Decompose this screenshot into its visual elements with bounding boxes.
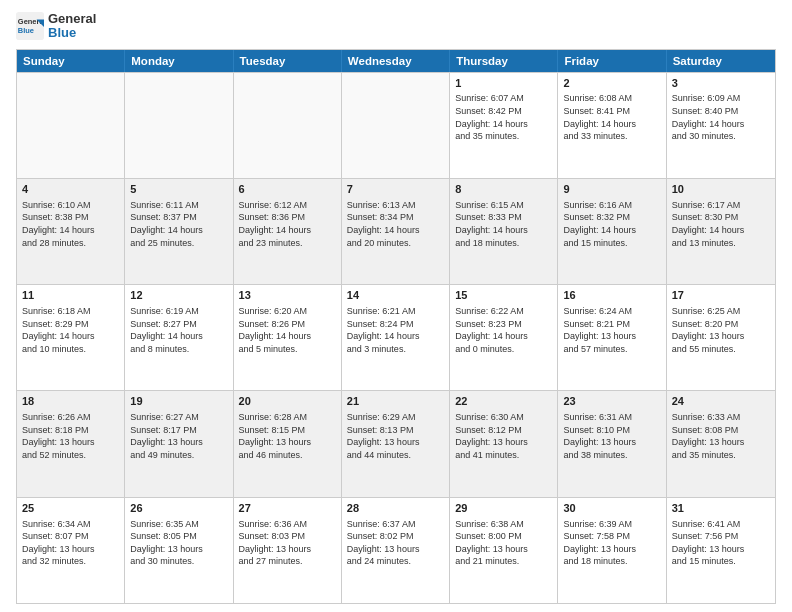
cal-cell: 10Sunrise: 6:17 AMSunset: 8:30 PMDayligh… xyxy=(667,179,775,284)
cal-cell: 6Sunrise: 6:12 AMSunset: 8:36 PMDaylight… xyxy=(234,179,342,284)
cal-cell: 17Sunrise: 6:25 AMSunset: 8:20 PMDayligh… xyxy=(667,285,775,390)
page: General Blue General Blue SundayMondayTu… xyxy=(0,0,792,612)
cal-cell: 14Sunrise: 6:21 AMSunset: 8:24 PMDayligh… xyxy=(342,285,450,390)
day-number: 9 xyxy=(563,182,660,197)
cal-cell: 31Sunrise: 6:41 AMSunset: 7:56 PMDayligh… xyxy=(667,498,775,603)
day-info: Sunrise: 6:20 AMSunset: 8:26 PMDaylight:… xyxy=(239,305,336,355)
day-info: Sunrise: 6:38 AMSunset: 8:00 PMDaylight:… xyxy=(455,518,552,568)
day-info: Sunrise: 6:25 AMSunset: 8:20 PMDaylight:… xyxy=(672,305,770,355)
week-row-1: 1Sunrise: 6:07 AMSunset: 8:42 PMDaylight… xyxy=(17,72,775,178)
day-number: 18 xyxy=(22,394,119,409)
cal-cell: 27Sunrise: 6:36 AMSunset: 8:03 PMDayligh… xyxy=(234,498,342,603)
cal-cell: 18Sunrise: 6:26 AMSunset: 8:18 PMDayligh… xyxy=(17,391,125,496)
day-header-thursday: Thursday xyxy=(450,50,558,72)
day-info: Sunrise: 6:17 AMSunset: 8:30 PMDaylight:… xyxy=(672,199,770,249)
cal-cell: 1Sunrise: 6:07 AMSunset: 8:42 PMDaylight… xyxy=(450,73,558,178)
day-info: Sunrise: 6:37 AMSunset: 8:02 PMDaylight:… xyxy=(347,518,444,568)
cal-cell xyxy=(125,73,233,178)
week-row-5: 25Sunrise: 6:34 AMSunset: 8:07 PMDayligh… xyxy=(17,497,775,603)
day-number: 20 xyxy=(239,394,336,409)
day-info: Sunrise: 6:28 AMSunset: 8:15 PMDaylight:… xyxy=(239,411,336,461)
logo-blue: Blue xyxy=(48,26,96,40)
cal-cell xyxy=(342,73,450,178)
day-number: 12 xyxy=(130,288,227,303)
calendar-body: 1Sunrise: 6:07 AMSunset: 8:42 PMDaylight… xyxy=(17,72,775,603)
cal-cell: 5Sunrise: 6:11 AMSunset: 8:37 PMDaylight… xyxy=(125,179,233,284)
day-info: Sunrise: 6:10 AMSunset: 8:38 PMDaylight:… xyxy=(22,199,119,249)
day-number: 23 xyxy=(563,394,660,409)
calendar-header: SundayMondayTuesdayWednesdayThursdayFrid… xyxy=(17,50,775,72)
logo-icon: General Blue xyxy=(16,12,44,40)
day-number: 6 xyxy=(239,182,336,197)
day-info: Sunrise: 6:41 AMSunset: 7:56 PMDaylight:… xyxy=(672,518,770,568)
day-info: Sunrise: 6:18 AMSunset: 8:29 PMDaylight:… xyxy=(22,305,119,355)
day-info: Sunrise: 6:08 AMSunset: 8:41 PMDaylight:… xyxy=(563,92,660,142)
day-info: Sunrise: 6:30 AMSunset: 8:12 PMDaylight:… xyxy=(455,411,552,461)
cal-cell: 3Sunrise: 6:09 AMSunset: 8:40 PMDaylight… xyxy=(667,73,775,178)
day-info: Sunrise: 6:13 AMSunset: 8:34 PMDaylight:… xyxy=(347,199,444,249)
day-info: Sunrise: 6:11 AMSunset: 8:37 PMDaylight:… xyxy=(130,199,227,249)
day-number: 22 xyxy=(455,394,552,409)
day-info: Sunrise: 6:12 AMSunset: 8:36 PMDaylight:… xyxy=(239,199,336,249)
day-number: 24 xyxy=(672,394,770,409)
cal-cell: 7Sunrise: 6:13 AMSunset: 8:34 PMDaylight… xyxy=(342,179,450,284)
day-number: 3 xyxy=(672,76,770,91)
cal-cell: 30Sunrise: 6:39 AMSunset: 7:58 PMDayligh… xyxy=(558,498,666,603)
logo-general: General xyxy=(48,12,96,26)
day-header-saturday: Saturday xyxy=(667,50,775,72)
week-row-2: 4Sunrise: 6:10 AMSunset: 8:38 PMDaylight… xyxy=(17,178,775,284)
cal-cell: 19Sunrise: 6:27 AMSunset: 8:17 PMDayligh… xyxy=(125,391,233,496)
day-number: 8 xyxy=(455,182,552,197)
day-info: Sunrise: 6:22 AMSunset: 8:23 PMDaylight:… xyxy=(455,305,552,355)
cal-cell: 9Sunrise: 6:16 AMSunset: 8:32 PMDaylight… xyxy=(558,179,666,284)
day-number: 4 xyxy=(22,182,119,197)
logo-text: General Blue xyxy=(48,12,96,41)
logo: General Blue General Blue xyxy=(16,12,96,41)
day-number: 5 xyxy=(130,182,227,197)
cal-cell: 13Sunrise: 6:20 AMSunset: 8:26 PMDayligh… xyxy=(234,285,342,390)
cal-cell: 26Sunrise: 6:35 AMSunset: 8:05 PMDayligh… xyxy=(125,498,233,603)
cal-cell: 4Sunrise: 6:10 AMSunset: 8:38 PMDaylight… xyxy=(17,179,125,284)
day-header-sunday: Sunday xyxy=(17,50,125,72)
day-info: Sunrise: 6:29 AMSunset: 8:13 PMDaylight:… xyxy=(347,411,444,461)
day-info: Sunrise: 6:26 AMSunset: 8:18 PMDaylight:… xyxy=(22,411,119,461)
svg-text:Blue: Blue xyxy=(18,26,34,35)
day-info: Sunrise: 6:15 AMSunset: 8:33 PMDaylight:… xyxy=(455,199,552,249)
cal-cell: 20Sunrise: 6:28 AMSunset: 8:15 PMDayligh… xyxy=(234,391,342,496)
day-info: Sunrise: 6:16 AMSunset: 8:32 PMDaylight:… xyxy=(563,199,660,249)
day-number: 13 xyxy=(239,288,336,303)
day-number: 19 xyxy=(130,394,227,409)
day-number: 30 xyxy=(563,501,660,516)
day-header-tuesday: Tuesday xyxy=(234,50,342,72)
cal-cell: 23Sunrise: 6:31 AMSunset: 8:10 PMDayligh… xyxy=(558,391,666,496)
day-info: Sunrise: 6:36 AMSunset: 8:03 PMDaylight:… xyxy=(239,518,336,568)
day-number: 27 xyxy=(239,501,336,516)
cal-cell: 24Sunrise: 6:33 AMSunset: 8:08 PMDayligh… xyxy=(667,391,775,496)
cal-cell: 16Sunrise: 6:24 AMSunset: 8:21 PMDayligh… xyxy=(558,285,666,390)
day-number: 28 xyxy=(347,501,444,516)
day-info: Sunrise: 6:09 AMSunset: 8:40 PMDaylight:… xyxy=(672,92,770,142)
cal-cell: 11Sunrise: 6:18 AMSunset: 8:29 PMDayligh… xyxy=(17,285,125,390)
day-number: 26 xyxy=(130,501,227,516)
day-number: 29 xyxy=(455,501,552,516)
day-info: Sunrise: 6:35 AMSunset: 8:05 PMDaylight:… xyxy=(130,518,227,568)
day-info: Sunrise: 6:27 AMSunset: 8:17 PMDaylight:… xyxy=(130,411,227,461)
day-info: Sunrise: 6:33 AMSunset: 8:08 PMDaylight:… xyxy=(672,411,770,461)
day-number: 21 xyxy=(347,394,444,409)
day-number: 7 xyxy=(347,182,444,197)
day-number: 16 xyxy=(563,288,660,303)
day-number: 14 xyxy=(347,288,444,303)
header: General Blue General Blue xyxy=(16,12,776,41)
day-number: 11 xyxy=(22,288,119,303)
cal-cell: 8Sunrise: 6:15 AMSunset: 8:33 PMDaylight… xyxy=(450,179,558,284)
day-number: 17 xyxy=(672,288,770,303)
day-info: Sunrise: 6:21 AMSunset: 8:24 PMDaylight:… xyxy=(347,305,444,355)
day-info: Sunrise: 6:24 AMSunset: 8:21 PMDaylight:… xyxy=(563,305,660,355)
day-number: 31 xyxy=(672,501,770,516)
cal-cell: 15Sunrise: 6:22 AMSunset: 8:23 PMDayligh… xyxy=(450,285,558,390)
day-number: 25 xyxy=(22,501,119,516)
day-info: Sunrise: 6:39 AMSunset: 7:58 PMDaylight:… xyxy=(563,518,660,568)
day-header-friday: Friday xyxy=(558,50,666,72)
day-info: Sunrise: 6:31 AMSunset: 8:10 PMDaylight:… xyxy=(563,411,660,461)
cal-cell: 2Sunrise: 6:08 AMSunset: 8:41 PMDaylight… xyxy=(558,73,666,178)
